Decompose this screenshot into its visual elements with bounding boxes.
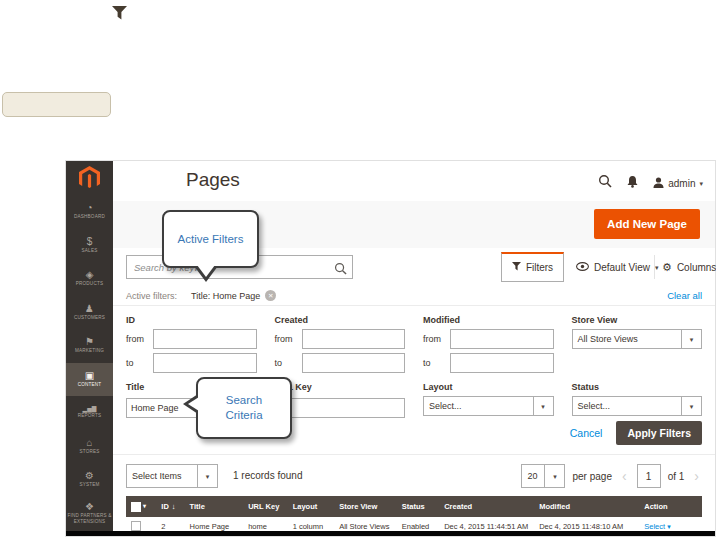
layout-select[interactable]: Select... ▾ [423, 396, 554, 416]
columns-button[interactable]: ⚙ Columns ▾ [662, 248, 716, 286]
callout-search-criteria: Search Criteria [196, 377, 292, 439]
chevron-down-icon: ▾ [206, 473, 210, 480]
select-all-checkbox[interactable] [131, 502, 141, 512]
chevron-down-icon: ▾ [655, 264, 659, 271]
filter-field-created: Created from to [275, 306, 406, 373]
records-count: 1 records found [233, 470, 303, 481]
col-header-store-view[interactable]: Store View [334, 496, 397, 517]
chevron-down-icon: ▾ [553, 473, 557, 480]
select-all-header[interactable]: ▾ [126, 496, 156, 517]
per-page-select[interactable]: 20 ▾ [521, 464, 565, 488]
store-view-select[interactable]: All Store Views ▾ [572, 329, 703, 349]
grid-header-row: ▾ ID↓ Title URL Key Layout Store View St… [126, 496, 702, 517]
modified-from-input[interactable] [450, 329, 554, 349]
chevron-down-icon: ▾ [541, 403, 545, 410]
next-page-button[interactable]: › [691, 468, 702, 484]
active-filters-label: Active filters: [126, 291, 177, 301]
id-from-input[interactable] [153, 329, 257, 349]
col-header-action: Action [639, 496, 702, 517]
cancel-button[interactable]: Cancel [570, 427, 603, 439]
eye-icon [576, 262, 589, 273]
partners-icon: ❖ [85, 502, 94, 512]
funnel-icon [512, 262, 521, 273]
col-header-modified[interactable]: Modified [534, 496, 639, 517]
chevron-down-icon: ▾ [690, 336, 694, 343]
default-view-button[interactable]: Default View ▾ [576, 248, 658, 286]
page-header: Pages admin ▾ [113, 161, 715, 201]
filter-funnel-icon [112, 6, 127, 24]
divider [654, 255, 655, 279]
filter-field-id: ID from to [126, 306, 257, 373]
id-to-input[interactable] [153, 353, 257, 373]
mass-action-select[interactable]: Select Items ▾ [126, 464, 218, 488]
col-header-id[interactable]: ID↓ [156, 496, 184, 517]
per-page-label: per page [572, 471, 611, 482]
filter-field-store-view: Store View All Store Views ▾ [572, 306, 703, 373]
col-header-status[interactable]: Status [397, 496, 439, 517]
search-icon[interactable] [334, 261, 347, 279]
notifications-bell-icon[interactable] [627, 174, 638, 192]
sales-icon: $ [87, 237, 93, 247]
global-search-icon[interactable] [598, 174, 612, 192]
apply-filters-button[interactable]: Apply Filters [616, 421, 702, 445]
row-action-select[interactable]: Select▾ [644, 522, 670, 531]
marketing-icon: ⚑ [85, 337, 94, 347]
pages-grid: ▾ ID↓ Title URL Key Layout Store View St… [126, 496, 702, 536]
admin-username: admin [668, 178, 695, 189]
filter-field-status: Status Select... ▾ [572, 373, 703, 418]
status-select[interactable]: Select... ▾ [572, 396, 703, 416]
filters-button[interactable]: Filters [501, 252, 564, 282]
created-from-input[interactable] [302, 329, 406, 349]
admin-account-menu[interactable]: admin ▾ [653, 177, 703, 190]
page-title: Pages [186, 169, 240, 191]
chevron-down-icon: ▾ [690, 403, 694, 410]
filter-field-layout: Layout Select... ▾ [423, 373, 554, 418]
col-header-url-key[interactable]: URL Key [243, 496, 287, 517]
customers-icon: ♟ [85, 304, 94, 314]
empty-button-placeholder[interactable] [2, 92, 111, 117]
chevron-down-icon: ▾ [143, 503, 146, 509]
row-checkbox[interactable] [131, 521, 141, 531]
stores-icon: ⌂ [86, 438, 92, 448]
products-icon: ◈ [86, 270, 94, 280]
sidebar-item-stores[interactable]: ⌂ STORES [66, 430, 113, 464]
dashboard-icon: ◔ [86, 203, 92, 213]
sidebar-item-customers[interactable]: ♟ CUSTOMERS [66, 296, 113, 330]
remove-filter-icon[interactable]: ✕ [265, 290, 276, 301]
sidebar-item-dashboard[interactable]: ◔ DASHBOARD [66, 195, 113, 229]
active-filter-chip: Title: Home Page [191, 291, 260, 301]
created-to-input[interactable] [302, 353, 406, 373]
col-header-layout[interactable]: Layout [288, 496, 334, 517]
modified-to-input[interactable] [450, 353, 554, 373]
add-new-page-button[interactable]: Add New Page [594, 209, 700, 239]
filter-field-modified: Modified from to [423, 306, 554, 373]
user-icon [653, 177, 664, 190]
col-header-created[interactable]: Created [439, 496, 534, 517]
filter-field-url-key: URL Key [275, 373, 406, 418]
sidebar-item-reports[interactable]: ▂▅▇ REPORTS [66, 396, 113, 430]
url-key-filter-input[interactable] [275, 398, 406, 418]
page-of-label: of 1 [668, 471, 685, 482]
callout-active-filters: Active Filters [162, 210, 259, 268]
clear-all-link[interactable]: Clear all [667, 290, 702, 301]
sort-desc-icon: ↓ [172, 502, 176, 511]
admin-sidebar: ◔ DASHBOARD $ SALES ◈ PRODUCTS ♟ CUSTOME… [66, 161, 113, 531]
col-header-title[interactable]: Title [185, 496, 244, 517]
screenshot-bottom-edge [66, 531, 715, 536]
sidebar-item-products[interactable]: ◈ PRODUCTS [66, 262, 113, 296]
content-icon: ▣ [85, 371, 94, 381]
magento-logo-icon[interactable] [66, 161, 113, 195]
system-icon: ⚙ [85, 471, 94, 481]
chevron-down-icon: ▾ [667, 523, 671, 530]
sidebar-item-marketing[interactable]: ⚑ MARKETING [66, 329, 113, 363]
sidebar-item-content[interactable]: ▣ CONTENT [66, 363, 113, 397]
sidebar-item-find-partners[interactable]: ❖ FIND PARTNERS & EXTENSIONS [66, 497, 113, 531]
previous-page-button[interactable]: ‹ [619, 468, 630, 484]
sidebar-item-sales[interactable]: $ SALES [66, 229, 113, 263]
page-number-input[interactable] [637, 464, 661, 488]
active-filters-row: Active filters: Title: Home Page ✕ Clear… [113, 286, 715, 306]
gear-icon: ⚙ [662, 261, 672, 274]
chevron-down-icon: ▾ [699, 180, 703, 187]
sidebar-item-system[interactable]: ⚙ SYSTEM [66, 463, 113, 497]
reports-icon: ▂▅▇ [83, 406, 97, 412]
